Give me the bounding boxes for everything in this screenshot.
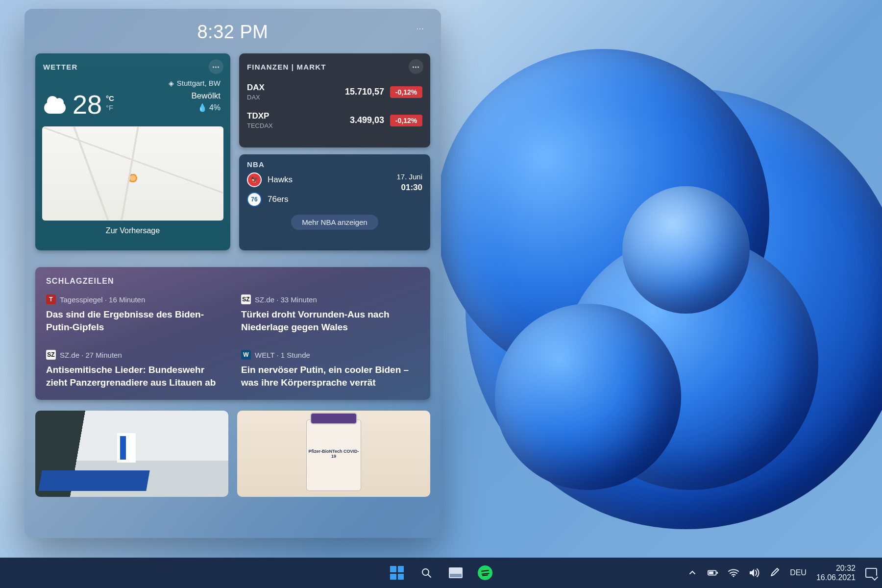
- nba-team-name: Hawks: [268, 175, 293, 185]
- humidity-drop-icon: 💧: [197, 103, 207, 112]
- headline-story[interactable]: SZSZ.de · 27 MinutenAntisemitische Liede…: [46, 350, 224, 389]
- news-image-tile[interactable]: [35, 411, 228, 497]
- tray-overflow-button[interactable]: [687, 567, 698, 578]
- headline-title[interactable]: Türkei droht Vorrunden-Aus nach Niederla…: [241, 308, 419, 333]
- svg-rect-4: [709, 571, 713, 574]
- headline-story[interactable]: TTagesspiegel · 16 MinutenDas sind die E…: [46, 294, 224, 333]
- source-favicon: SZ: [46, 350, 56, 360]
- finance-symbol: DAX: [247, 83, 296, 93]
- headline-source: SZ.de · 27 Minuten: [60, 351, 122, 359]
- finance-change: -0,12%: [390, 115, 422, 126]
- taskbar-search-button[interactable]: [417, 564, 435, 582]
- nba-game-date: 17. Juni: [396, 172, 422, 181]
- finance-more-button[interactable]: ⋯: [409, 59, 423, 74]
- tray-time: 20:32: [816, 564, 856, 573]
- finance-subname: DAX: [247, 94, 296, 101]
- search-icon: [420, 567, 432, 579]
- finance-widget[interactable]: FINANZEN | MARKT ⋯ DAX DAX 15.710,57 -0,…: [239, 53, 430, 147]
- headlines-widget: SCHLAGZEILEN TTagesspiegel · 16 MinutenD…: [35, 267, 430, 400]
- headline-title[interactable]: Das sind die Ergebnisse des Biden-Putin-…: [46, 308, 224, 333]
- finance-subname: TECDAX: [247, 122, 296, 129]
- task-view-icon: [449, 567, 463, 578]
- weather-widget[interactable]: WETTER ⋯ ◈Stuttgart, BW 28 °C °F Bewölkt…: [35, 53, 230, 250]
- weather-cloud-icon: [44, 94, 70, 118]
- task-view-button[interactable]: [447, 564, 465, 582]
- panel-clock: 8:32 PM: [197, 22, 268, 42]
- headline-title[interactable]: Ein nervöser Putin, ein cooler Biden – w…: [241, 364, 419, 389]
- headline-title[interactable]: Antisemitische Lieder: Bundeswehr zieht …: [46, 364, 224, 389]
- spotify-icon: [478, 565, 492, 580]
- source-favicon: W: [241, 350, 251, 360]
- nba-more-button[interactable]: Mehr NBA anzeigen: [291, 215, 378, 230]
- weather-condition: Bewölkt: [191, 91, 220, 101]
- weather-temperature: 28: [73, 91, 102, 118]
- finance-value: 3.499,03: [330, 115, 384, 125]
- nba-widget[interactable]: NBA 🦅 Hawks 76 76ers: [239, 154, 430, 250]
- vial-label: Pfizer-BioNTech COVID-19: [308, 449, 359, 460]
- sixers-logo-icon: 76: [247, 192, 262, 207]
- source-favicon: T: [46, 294, 56, 304]
- widgets-panel: 8:32 PM ⋯ WETTER ⋯ ◈Stuttgart, BW 28 °C …: [24, 9, 441, 538]
- headlines-title: SCHLAGZEILEN: [46, 277, 419, 286]
- wallpaper-bloom: [407, 29, 882, 544]
- finance-value: 15.710,57: [330, 87, 384, 97]
- nba-title: NBA: [247, 160, 265, 169]
- unit-fahrenheit[interactable]: °F: [106, 103, 114, 112]
- headline-story[interactable]: WWELT · 1 StundeEin nervöser Putin, ein …: [241, 350, 419, 389]
- tray-volume-icon[interactable]: [749, 567, 760, 578]
- weather-more-button[interactable]: ⋯: [209, 59, 223, 74]
- nba-team-row: 76 76ers: [247, 192, 293, 207]
- tray-clock[interactable]: 20:32 16.06.2021: [816, 564, 856, 582]
- nba-team-name: 76ers: [268, 195, 289, 204]
- finance-symbol: TDXP: [247, 111, 296, 121]
- tray-language[interactable]: DEU: [790, 568, 807, 577]
- headline-source: WELT · 1 Stunde: [255, 351, 310, 359]
- finance-row[interactable]: DAX DAX 15.710,57 -0,12%: [247, 78, 422, 106]
- taskbar-app-spotify[interactable]: [476, 564, 494, 582]
- weather-location: Stuttgart, BW: [177, 79, 220, 87]
- finance-title: FINANZEN | MARKT: [247, 63, 326, 71]
- weather-map[interactable]: [42, 126, 223, 220]
- headline-source: SZ.de · 33 Minuten: [255, 295, 317, 304]
- finance-change: -0,12%: [390, 86, 422, 98]
- nba-game-time: 01:30: [396, 183, 422, 193]
- location-pin-icon: ◈: [169, 79, 174, 87]
- source-favicon: SZ: [241, 294, 251, 304]
- tray-battery-icon[interactable]: [708, 567, 718, 578]
- tray-date: 16.06.2021: [816, 573, 856, 582]
- tray-ink-icon[interactable]: [769, 567, 780, 578]
- finance-row[interactable]: TDXP TECDAX 3.499,03 -0,12%: [247, 106, 422, 134]
- tray-notifications-button[interactable]: [865, 568, 877, 578]
- news-image-tile[interactable]: Pfizer-BioNTech COVID-19: [237, 411, 430, 497]
- forecast-link[interactable]: Zur Vorhersage: [35, 220, 230, 235]
- hawks-logo-icon: 🦅: [247, 172, 262, 187]
- weather-humidity: 4%: [209, 103, 220, 112]
- panel-more-button[interactable]: ⋯: [412, 23, 428, 34]
- weather-title: WETTER: [43, 63, 78, 71]
- chevron-up-icon: [688, 569, 696, 577]
- unit-celsius[interactable]: °C: [106, 94, 114, 102]
- windows-logo-icon: [390, 566, 404, 580]
- tray-wifi-icon[interactable]: [728, 567, 739, 578]
- start-button[interactable]: [388, 564, 406, 582]
- svg-point-5: [733, 575, 735, 577]
- svg-line-1: [428, 575, 431, 578]
- nba-team-row: 🦅 Hawks: [247, 172, 293, 187]
- headline-story[interactable]: SZSZ.de · 33 MinutenTürkei droht Vorrund…: [241, 294, 419, 333]
- headline-source: Tagesspiegel · 16 Minuten: [60, 295, 145, 304]
- svg-rect-3: [716, 572, 718, 574]
- taskbar: DEU 20:32 16.06.2021: [0, 558, 882, 588]
